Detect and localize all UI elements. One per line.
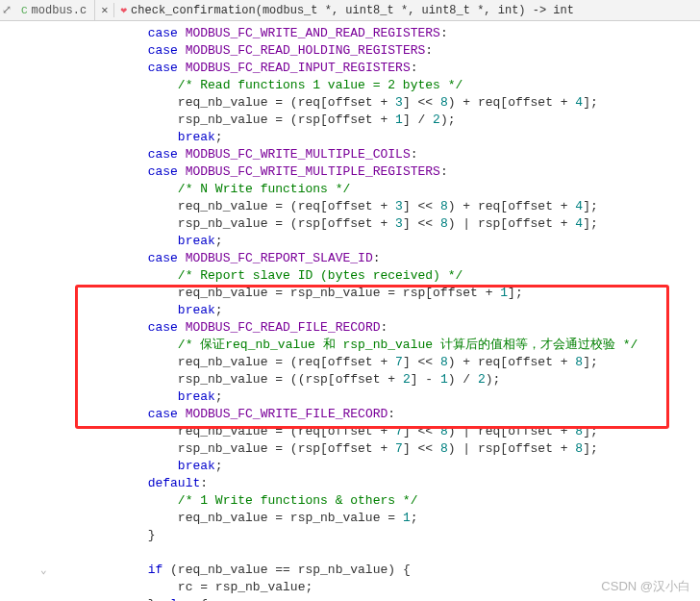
code-line[interactable]: req_nb_value = rsp_nb_value = 1; <box>58 510 700 527</box>
code-line[interactable]: case MODBUS_FC_REPORT_SLAVE_ID: <box>58 250 700 267</box>
code-line[interactable]: case MODBUS_FC_WRITE_MULTIPLE_REGISTERS: <box>58 163 700 181</box>
code-line[interactable]: rsp_nb_value = (rsp[offset + 3] << 8) | … <box>58 215 700 233</box>
code-line[interactable]: /* 1 Write functions & others */ <box>58 492 700 510</box>
code-line[interactable]: /* Report slave ID (bytes received) */ <box>58 267 700 285</box>
code-line[interactable]: case MODBUS_FC_WRITE_AND_READ_REGISTERS: <box>58 25 700 42</box>
code-line[interactable]: case MODBUS_FC_WRITE_FILE_RECORD: <box>58 406 700 423</box>
watermark: CSDN @汉小白 <box>601 578 690 595</box>
function-breadcrumb[interactable]: ❤ check_confirmation(modbus_t *, uint8_t… <box>114 4 580 17</box>
code-line[interactable]: rsp_nb_value = (rsp[offset + 7] << 8) | … <box>58 440 700 458</box>
code-line[interactable]: req_nb_value = (req[offset + 7] << 8) + … <box>58 354 700 371</box>
code-line[interactable]: /* N Write functions */ <box>58 181 700 198</box>
code-line[interactable]: break; <box>58 129 700 146</box>
code-line[interactable]: if (req_nb_value == rsp_nb_value) { <box>58 562 700 579</box>
fold-toggle-icon[interactable]: ⌄ <box>40 596 47 601</box>
code-line[interactable]: break; <box>58 302 700 319</box>
code-line[interactable]: rsp_nb_value = ((rsp[offset + 2] - 1) / … <box>58 371 700 388</box>
code-line[interactable]: case MODBUS_FC_READ_HOLDING_REGISTERS: <box>58 42 700 60</box>
code-line[interactable]: case MODBUS_FC_WRITE_MULTIPLE_COILS: <box>58 146 700 163</box>
c-file-icon: C <box>21 5 28 16</box>
code-line[interactable]: break; <box>58 233 700 250</box>
file-tab[interactable]: C modbus.c <box>13 0 95 20</box>
code-line[interactable]: req_nb_value = (req[offset + 3] << 8) + … <box>58 198 700 215</box>
code-line[interactable]: rsp_nb_value = (rsp[offset + 1] / 2); <box>58 112 700 129</box>
code-line[interactable]: default: <box>58 475 700 492</box>
function-signature: check_confirmation(modbus_t *, uint8_t *… <box>131 4 574 17</box>
code-line[interactable]: case MODBUS_FC_READ_FILE_RECORD: <box>58 319 700 337</box>
code-line[interactable]: } else { <box>58 596 700 601</box>
code-line[interactable]: req_nb_value = rsp_nb_value = rsp[offset… <box>58 285 700 302</box>
code-line[interactable]: break; <box>58 388 700 406</box>
code-line[interactable]: /* Read functions 1 value = 2 bytes */ <box>58 77 700 94</box>
title-bar: ⤢ C modbus.c ✕ ❤ check_confirmation(modb… <box>0 0 700 21</box>
fold-toggle-icon[interactable]: ⌄ <box>40 562 47 579</box>
code-line[interactable]: break; <box>58 458 700 475</box>
code-line[interactable]: /* 保证req_nb_value 和 rsp_nb_value 计算后的值相等… <box>58 337 700 354</box>
code-line[interactable]: case MODBUS_FC_READ_INPUT_REGISTERS: <box>58 60 700 77</box>
file-name: modbus.c <box>32 4 88 17</box>
pin-icon[interactable]: ⤢ <box>0 3 13 17</box>
code-line[interactable]: req_nb_value = (req[offset + 7] << 8) | … <box>58 423 700 440</box>
close-icon[interactable]: ✕ <box>95 3 114 17</box>
code-line[interactable] <box>58 544 700 562</box>
code-editor[interactable]: ⌄⌄⌄ case MODBUS_FC_WRITE_AND_READ_REGIST… <box>0 21 700 601</box>
code-area[interactable]: case MODBUS_FC_WRITE_AND_READ_REGISTERS:… <box>58 25 700 601</box>
function-icon: ❤ <box>120 4 127 16</box>
code-line[interactable]: } <box>58 527 700 544</box>
code-line[interactable]: req_nb_value = (req[offset + 3] << 8) + … <box>58 94 700 112</box>
gutter: ⌄⌄⌄ <box>0 21 54 601</box>
